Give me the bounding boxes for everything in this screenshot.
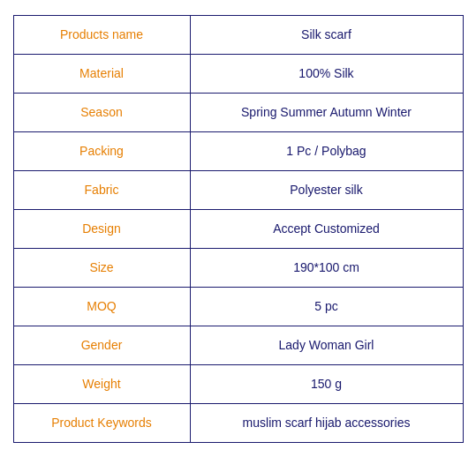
table-row: Product Keywordsmuslim scarf hijab acces… <box>14 404 463 442</box>
cell-label: Design <box>14 210 191 248</box>
table-row: Material100% Silk <box>14 55 463 94</box>
cell-value: muslim scarf hijab accessories <box>191 404 463 442</box>
cell-label: Fabric <box>14 171 191 209</box>
cell-label: Packing <box>14 132 191 170</box>
table-row: Products nameSilk scarf <box>14 16 463 55</box>
cell-label: Product Keywords <box>14 404 191 442</box>
table-row: SeasonSpring Summer Autumn Winter <box>14 94 463 132</box>
product-table: Products nameSilk scarfMaterial100% Silk… <box>13 15 464 443</box>
cell-value: Spring Summer Autumn Winter <box>191 94 463 131</box>
cell-value: 1 Pc / Polybag <box>191 132 463 170</box>
table-row: MOQ5 pc <box>14 288 463 326</box>
table-row: Packing1 Pc / Polybag <box>14 132 463 171</box>
cell-label: Material <box>14 55 191 93</box>
cell-label: Weight <box>14 365 191 403</box>
cell-label: Size <box>14 249 191 287</box>
cell-value: Accept Customized <box>191 210 463 248</box>
cell-value: Silk scarf <box>191 16 463 54</box>
table-row: Weight150 g <box>14 365 463 404</box>
table-row: DesignAccept Customized <box>14 210 463 249</box>
table-row: Size190*100 cm <box>14 249 463 288</box>
cell-value: Lady Woman Girl <box>191 326 463 364</box>
cell-label: Products name <box>14 16 191 54</box>
cell-value: Polyester silk <box>191 171 463 209</box>
table-row: FabricPolyester silk <box>14 171 463 210</box>
table-row: GenderLady Woman Girl <box>14 326 463 365</box>
cell-value: 100% Silk <box>191 55 463 93</box>
cell-label: Season <box>14 94 191 131</box>
cell-label: Gender <box>14 326 191 364</box>
cell-value: 5 pc <box>191 288 463 326</box>
cell-value: 150 g <box>191 365 463 403</box>
cell-label: MOQ <box>14 288 191 326</box>
cell-value: 190*100 cm <box>191 249 463 287</box>
